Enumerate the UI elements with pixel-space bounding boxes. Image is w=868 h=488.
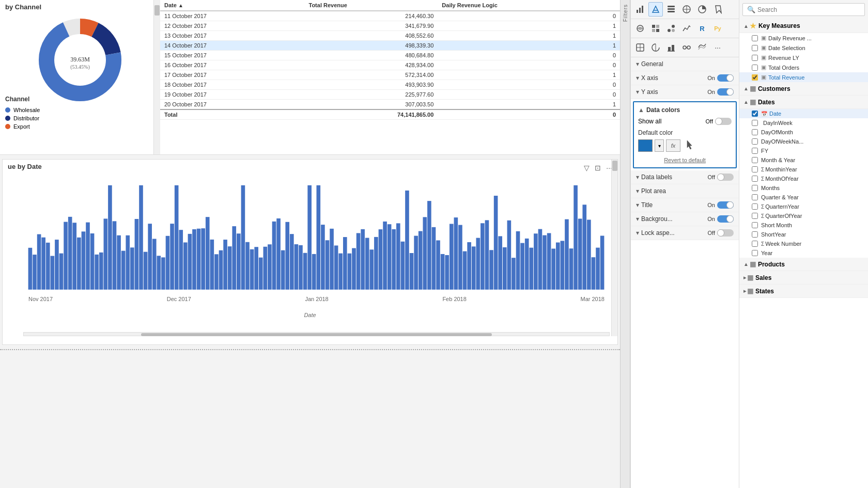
toolbar-icon-R[interactable]: R xyxy=(695,21,709,36)
datalabels-toggle[interactable] xyxy=(717,174,734,181)
scrollbar-thumb-top[interactable] xyxy=(154,5,160,15)
col-date[interactable]: Date ▲ xyxy=(160,0,304,11)
cb-monthyear[interactable] xyxy=(752,157,758,163)
toolbar-icon-2-2[interactable] xyxy=(648,21,663,36)
toolbar-icon-2-3[interactable] xyxy=(664,21,678,36)
cb-total-orders[interactable] xyxy=(752,65,758,71)
format-header-title[interactable]: ▾ Title On xyxy=(631,198,739,212)
format-header-yaxis[interactable]: ▾ Y axis On xyxy=(631,85,739,99)
field-daily-revenue[interactable]: ▣ Daily Revenue ... xyxy=(739,33,868,43)
background-toggle[interactable] xyxy=(717,215,734,223)
field-date[interactable]: 📅 Date xyxy=(739,109,868,118)
toolbar-icon-data[interactable] xyxy=(664,2,678,17)
toolbar-icon-map[interactable] xyxy=(710,2,725,17)
toolbar-icon-analytics[interactable] xyxy=(679,2,694,17)
section-header-key-measures[interactable]: ▲ ★ Key Measures xyxy=(739,19,868,33)
col-logic[interactable]: Daily Revenue Logic xyxy=(438,0,620,11)
cb-total-revenue[interactable] xyxy=(752,74,758,81)
toolbar-icon-Py[interactable]: Py xyxy=(710,21,725,36)
toolbar-icon-pie[interactable] xyxy=(695,2,709,17)
field-months[interactable]: Months xyxy=(739,183,868,193)
cb-quarteryear[interactable] xyxy=(752,194,758,200)
field-monthinyear[interactable]: Σ MonthinYear xyxy=(739,165,868,174)
format-header-lockaspect[interactable]: ▾ Lock aspe... Off xyxy=(631,226,739,240)
lockaspect-toggle[interactable] xyxy=(717,229,734,237)
section-header-products[interactable]: ▲ ▦ Products xyxy=(739,258,868,271)
title-thumb xyxy=(726,201,734,209)
cb-fy[interactable] xyxy=(752,148,758,154)
cb-dayofmonth[interactable] xyxy=(752,129,758,135)
toolbar-icon-3-2[interactable] xyxy=(648,40,663,55)
cb-months[interactable] xyxy=(752,185,758,191)
toolbar-icon-3-1[interactable] xyxy=(633,40,647,55)
fx-button[interactable]: fx xyxy=(666,139,680,152)
cb-quarterofyear[interactable] xyxy=(752,213,758,219)
field-quarterofyear[interactable]: Σ QuarterOfYear xyxy=(739,211,868,221)
cb-revenue-ly[interactable] xyxy=(752,55,758,61)
table-container[interactable]: Date ▲ Total Revenue Daily Revenue Logic xyxy=(160,0,620,154)
field-total-orders[interactable]: ▣ Total Orders xyxy=(739,62,868,72)
field-shortyear[interactable]: ShortYear xyxy=(739,230,868,239)
cb-date-selection[interactable] xyxy=(752,45,758,51)
field-fy[interactable]: FY xyxy=(739,146,868,155)
toolbar-icon-chart[interactable] xyxy=(633,2,647,17)
filters-label[interactable]: Filters xyxy=(623,4,628,22)
field-dayofmonth[interactable]: DayOfMonth xyxy=(739,128,868,137)
field-dayinweek[interactable]: DayInWeek xyxy=(739,118,868,128)
toolbar-icon-3-5[interactable] xyxy=(695,40,709,55)
cb-date[interactable] xyxy=(752,111,758,117)
h-scrollbar-thumb[interactable] xyxy=(141,333,492,336)
field-date-selection[interactable]: ▣ Date Selection xyxy=(739,43,868,53)
field-quarteryear[interactable]: Quarter & Year xyxy=(739,193,868,202)
cb-shortmonth[interactable] xyxy=(752,222,758,228)
section-header-sales[interactable]: ▸ ▦ Sales xyxy=(739,271,868,285)
field-total-revenue[interactable]: ▣ Total Revenue xyxy=(739,72,868,82)
revert-link[interactable]: Revert to default xyxy=(638,157,732,163)
format-header-datalabels[interactable]: ▾ Data labels Off xyxy=(631,170,739,184)
color-dropdown-arrow[interactable]: ▾ xyxy=(655,139,664,152)
cb-daily-revenue[interactable] xyxy=(752,35,758,41)
field-dayofweekna[interactable]: DayOfWeekNa... xyxy=(739,137,868,146)
v-scrollbar-chart-thumb[interactable] xyxy=(612,161,617,171)
cb-dayofweekna[interactable] xyxy=(752,138,758,145)
xaxis-toggle[interactable] xyxy=(717,74,734,82)
toolbar-icon-format[interactable] xyxy=(648,2,663,17)
field-quarterneryear[interactable]: Σ QuarternYear xyxy=(739,202,868,211)
section-header-dates[interactable]: ▲ ▦ Dates xyxy=(739,96,868,109)
cb-shortyear[interactable] xyxy=(752,231,758,238)
cb-weeknumber[interactable] xyxy=(752,241,758,247)
v-scrollbar-chart[interactable] xyxy=(611,160,617,336)
cb-year[interactable] xyxy=(752,250,758,256)
format-header-general[interactable]: ▾ General xyxy=(631,57,739,71)
section-header-customers[interactable]: ▲ ▦ Customers xyxy=(739,82,868,96)
cb-monthinyear[interactable] xyxy=(752,166,758,172)
cb-monthofyear[interactable] xyxy=(752,176,758,182)
cursor-pointer[interactable] xyxy=(685,139,695,152)
field-weeknumber[interactable]: Σ Week Number xyxy=(739,239,868,248)
toolbar-icon-3-3[interactable] xyxy=(664,40,678,55)
format-header-xaxis[interactable]: ▾ X axis On xyxy=(631,71,739,85)
field-monthyear[interactable]: Month & Year xyxy=(739,155,868,165)
cb-quarterneryear[interactable] xyxy=(752,203,758,210)
yaxis-toggle[interactable] xyxy=(717,88,734,96)
color-swatch[interactable] xyxy=(638,139,653,152)
toolbar-icon-2-1[interactable] xyxy=(633,21,647,36)
show-all-toggle[interactable] xyxy=(715,118,732,125)
section-header-states[interactable]: ▸ ▦ States xyxy=(739,285,868,298)
h-scrollbar[interactable] xyxy=(23,332,610,336)
search-input[interactable] xyxy=(757,6,860,13)
cb-dayinweek[interactable] xyxy=(752,120,758,126)
field-monthofyear[interactable]: Σ MonthOfYear xyxy=(739,174,868,183)
toolbar-icon-3-6[interactable]: ··· xyxy=(710,40,725,55)
title-toggle[interactable] xyxy=(717,201,734,209)
toolbar-icon-3-4[interactable] xyxy=(679,40,694,55)
format-header-background[interactable]: ▾ Backgrou... On xyxy=(631,212,739,226)
data-colors-title[interactable]: ▲ Data colors xyxy=(638,106,732,114)
field-year[interactable]: Year xyxy=(739,248,868,258)
field-shortmonth[interactable]: Short Month xyxy=(739,221,868,230)
toolbar-icon-2-4[interactable] xyxy=(679,21,694,36)
scrollbar-v-top[interactable] xyxy=(153,0,160,154)
field-revenue-ly[interactable]: ▣ Revenue LY xyxy=(739,53,868,62)
col-revenue[interactable]: Total Revenue xyxy=(304,0,438,11)
format-header-plotarea[interactable]: ▾ Plot area xyxy=(631,184,739,198)
